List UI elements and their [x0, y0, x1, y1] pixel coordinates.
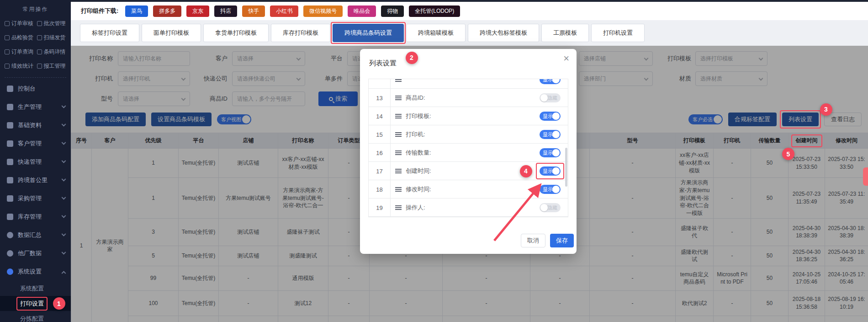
- app-window: 常用操作 订单审核批次管理品检验货扫描发货订单查询条码详情绩效统计报工管理 控制…: [0, 0, 868, 322]
- sidebar-subitem-print-settings[interactable]: 打印设置: [0, 296, 71, 311]
- column-name-label: 打印模板:: [406, 112, 431, 120]
- column-toggle-row: 显示: [369, 79, 568, 89]
- drag-handle-icon[interactable]: [395, 114, 402, 119]
- quick-action-item[interactable]: 绩效统计: [5, 62, 37, 70]
- sidebar-item[interactable]: 控制台: [0, 80, 71, 98]
- sidebar-item-label: 生产管理: [18, 103, 42, 111]
- platform-download-button[interactable]: 全托管(LODOP): [409, 5, 460, 17]
- column-order-number: [369, 79, 391, 89]
- visibility-toggle[interactable]: 显示: [540, 130, 561, 139]
- platform-download-button[interactable]: 小红书: [270, 5, 298, 17]
- cancel-button[interactable]: 取消: [521, 234, 545, 247]
- quick-action-item[interactable]: 品检验货: [5, 34, 37, 42]
- column-toggle-row: 19操作人:隐藏: [369, 199, 568, 217]
- topbar: 打印组件下载: 菜鸟拼多多京东抖店快手小红书微信视频号唯品会得物全托管(LODO…: [71, 2, 868, 20]
- platform-download-button[interactable]: 京东: [186, 5, 209, 17]
- console-icon: [7, 86, 13, 92]
- tab-item[interactable]: 拿货单打印模板: [203, 24, 269, 42]
- platform-download-button[interactable]: 菜鸟: [125, 5, 148, 17]
- platform-download-button[interactable]: 唯品会: [348, 5, 376, 17]
- sidebar-item[interactable]: 跨境首公里: [0, 171, 71, 189]
- sidebar-item[interactable]: 采购管理: [0, 189, 71, 208]
- column-toggle-row: 18修改时间:显示: [369, 180, 568, 199]
- visibility-toggle[interactable]: 显示: [540, 79, 561, 84]
- sidebar-section-title: 常用操作: [0, 0, 71, 13]
- quick-action-item[interactable]: 报工管理: [37, 62, 69, 70]
- save-button[interactable]: 保存: [550, 234, 574, 247]
- close-icon[interactable]: ×: [563, 54, 569, 64]
- column-name-label: 打印机:: [406, 130, 425, 139]
- sidebar-item-label: 客户管理: [18, 140, 42, 148]
- visibility-toggle[interactable]: 显示: [540, 148, 561, 157]
- sidebar-item[interactable]: 客户管理: [0, 134, 71, 153]
- tab-item[interactable]: 库存打印模板: [271, 24, 330, 42]
- drag-handle-icon[interactable]: [395, 205, 402, 210]
- quality-inspect-icon: [5, 35, 10, 40]
- quick-action-item[interactable]: 批次管理: [37, 20, 69, 27]
- sidebar-menu: 控制台生产管理基础资料客户管理快递管理跨境首公里采购管理库存管理数据汇总他厂数据…: [0, 80, 71, 281]
- tab-item[interactable]: 工票模板: [541, 24, 589, 42]
- visibility-toggle[interactable]: 隐藏: [540, 93, 561, 102]
- tab-item[interactable]: 跨境大包标签模板: [468, 24, 539, 42]
- column-settings-list: 显示13商品ID:隐藏14打印模板:显示15打印机:显示16传输数量:显示17创…: [368, 79, 568, 217]
- quick-actions-grid: 订单审核批次管理品检验货扫描发货订单查询条码详情绩效统计报工管理: [0, 13, 71, 70]
- drag-handle-icon[interactable]: [395, 79, 402, 82]
- column-toggle-row: 15打印机:显示: [369, 125, 568, 144]
- platform-download-button[interactable]: 拼多多: [153, 5, 181, 17]
- quick-action-label: 报工管理: [44, 62, 66, 70]
- sidebar-item[interactable]: 库存管理: [0, 208, 71, 226]
- visibility-toggle[interactable]: 隐藏: [540, 203, 561, 212]
- scrollbar-thumb[interactable]: [565, 148, 567, 187]
- tab-item[interactable]: 标签打印设置: [80, 24, 139, 42]
- platform-download-button[interactable]: 得物: [381, 5, 404, 17]
- platform-download-button[interactable]: 微信视频号: [303, 5, 343, 17]
- visibility-toggle[interactable]: 显示: [540, 185, 561, 194]
- quick-action-label: 条码详情: [44, 48, 66, 56]
- visibility-toggle[interactable]: 显示: [540, 166, 561, 176]
- drag-handle-icon[interactable]: [395, 132, 402, 137]
- drag-handle-icon[interactable]: [395, 150, 402, 156]
- system-settings-icon: [7, 268, 13, 275]
- platform-download-button[interactable]: 抖店: [214, 5, 237, 17]
- chevron-down-icon: [62, 158, 66, 163]
- quick-action-label: 批次管理: [44, 20, 66, 27]
- visibility-toggle[interactable]: 显示: [540, 112, 561, 121]
- column-order-number: 16: [369, 144, 391, 162]
- sidebar-item[interactable]: 基础资料: [0, 116, 71, 134]
- data-summary-icon: [7, 232, 13, 238]
- column-name-label: 创建时间:: [406, 167, 431, 175]
- tab-cross-border-barcode-active[interactable]: 跨境商品条码设置: [333, 24, 404, 42]
- sidebar: 常用操作 订单审核批次管理品检验货扫描发货订单查询条码详情绩效统计报工管理 控制…: [0, 0, 71, 322]
- express-manage-icon: [7, 159, 13, 165]
- cross-border-icon: [7, 177, 13, 183]
- column-toggle-row: 17创建时间:显示: [369, 162, 568, 180]
- chevron-down-icon: [62, 250, 66, 254]
- tab-item[interactable]: 打印机设置: [591, 24, 645, 42]
- quick-action-item[interactable]: 订单查询: [5, 48, 37, 56]
- quick-action-item[interactable]: 扫描发货: [37, 34, 69, 42]
- order-audit-icon: [5, 21, 10, 26]
- sidebar-submenu: 系统配置打印设置分拣配置员工权限管理: [0, 281, 71, 322]
- sidebar-subitem[interactable]: 分拣配置: [0, 311, 71, 322]
- sidebar-item-label: 基础资料: [18, 121, 42, 129]
- sidebar-item[interactable]: 系统设置: [0, 263, 71, 281]
- sidebar-item[interactable]: 他厂数据: [0, 244, 71, 263]
- drag-handle-icon[interactable]: [395, 187, 402, 192]
- quick-action-item[interactable]: 条码详情: [37, 48, 69, 56]
- purchase-manage-icon: [7, 195, 13, 202]
- side-drawer-handle[interactable]: [863, 167, 868, 186]
- drag-handle-icon[interactable]: [395, 96, 402, 101]
- chevron-down-icon: [62, 231, 66, 236]
- tab-item[interactable]: 面单打印模板: [142, 24, 201, 42]
- platform-download-button[interactable]: 快手: [242, 5, 265, 17]
- quick-action-item[interactable]: 订单审核: [5, 20, 37, 27]
- tab-item[interactable]: 跨境箱唛模板: [406, 24, 466, 42]
- drag-handle-icon[interactable]: [395, 169, 402, 174]
- sidebar-item[interactable]: 生产管理: [0, 98, 71, 116]
- sidebar-subitem[interactable]: 系统配置: [0, 281, 71, 296]
- production-icon: [7, 104, 13, 110]
- sidebar-item[interactable]: 快递管理: [0, 153, 71, 171]
- sidebar-item[interactable]: 数据汇总: [0, 226, 71, 244]
- column-name-label: 商品ID:: [406, 94, 425, 102]
- column-name-label: 传输数量:: [406, 149, 431, 157]
